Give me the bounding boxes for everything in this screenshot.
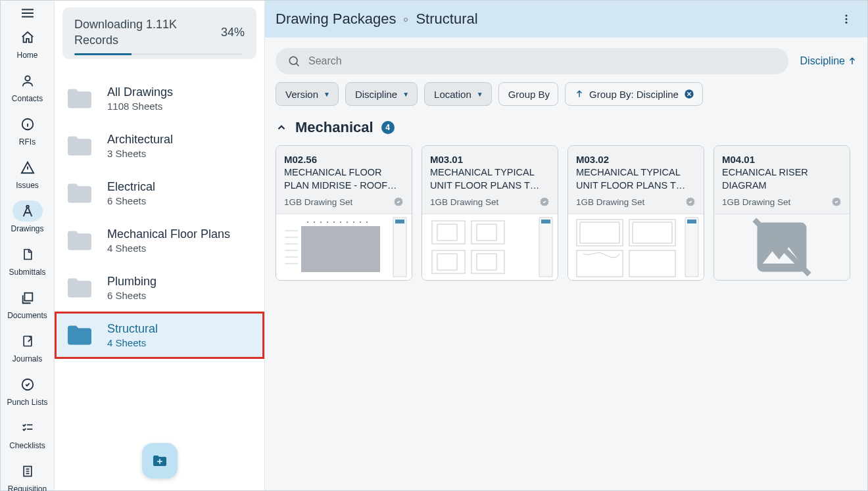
verified-icon <box>393 197 404 207</box>
folder-mechanical-floor-plans[interactable]: Mechanical Floor Plans4 Sheets <box>55 217 264 264</box>
svg-point-30 <box>360 222 361 223</box>
search-input[interactable] <box>308 55 777 67</box>
rail-item-documents[interactable]: Documents <box>2 282 53 324</box>
filter-chips: Version▼ Discipline▼ Location▼ Group By … <box>276 82 857 106</box>
card-code: M04.01 <box>722 154 842 165</box>
rail-item-issues[interactable]: Issues <box>2 152 53 194</box>
journal-icon <box>21 334 34 348</box>
group-name: Mechanical <box>295 119 374 136</box>
svg-point-10 <box>289 57 297 64</box>
folder-subtitle: 1108 Sheets <box>107 101 173 112</box>
drawing-card[interactable]: M04.01 ECHANICAL RISER DIAGRAM 1GB Drawi… <box>713 145 850 281</box>
sort-label: Discipline <box>800 55 845 67</box>
svg-point-26 <box>333 222 335 223</box>
chip-group-by-discipline[interactable]: Group By: Discipline <box>565 82 703 106</box>
card-thumbnail-empty <box>714 214 850 280</box>
chevron-up-icon <box>276 122 287 133</box>
home-icon <box>20 30 35 45</box>
folder-all-drawings[interactable]: All Drawings1108 Sheets <box>55 75 264 122</box>
sort-button[interactable]: Discipline <box>800 55 857 67</box>
group-header[interactable]: Mechanical 4 <box>265 111 867 143</box>
svg-point-31 <box>366 222 368 223</box>
svg-point-9 <box>846 22 848 24</box>
rail-item-checklists[interactable]: Checklists <box>2 412 53 454</box>
chevron-down-icon: ▼ <box>324 91 330 98</box>
chevron-down-icon: ▼ <box>477 91 483 98</box>
card-set: 1GB Drawing Set <box>576 197 644 207</box>
verified-icon <box>831 197 842 207</box>
card-code: M02.56 <box>284 154 404 165</box>
drawing-card[interactable]: M03.01 MECHANICAL TYPICAL UNIT FLOOR PLA… <box>422 145 558 281</box>
rail-label-issues: Issues <box>16 181 39 190</box>
card-code: M03.02 <box>576 154 696 165</box>
rail-label-submittals: Submittals <box>9 268 45 277</box>
folder-title: All Drawings <box>107 85 173 99</box>
folder-list[interactable]: All Drawings1108 Sheets Architectural3 S… <box>55 59 264 490</box>
folder-electrical[interactable]: Electrical6 Sheets <box>55 170 264 217</box>
drawing-card[interactable]: M03.02 MECHANICAL TYPICAL UNIT FLOOR PLA… <box>567 145 704 281</box>
rail-item-contacts[interactable]: Contacts <box>2 65 53 107</box>
folder-plus-icon <box>152 454 168 468</box>
main-content: Drawing Packages Structural Discipline V… <box>265 1 867 490</box>
close-icon[interactable] <box>684 89 694 99</box>
person-icon <box>20 74 35 88</box>
chip-group-by[interactable]: Group By <box>498 82 558 106</box>
info-icon <box>20 117 35 131</box>
svg-point-8 <box>846 18 848 20</box>
rail-label-rfis: RFIs <box>19 137 36 147</box>
add-folder-button[interactable] <box>142 443 178 479</box>
folder-title: Structural <box>107 322 158 336</box>
chevron-down-icon: ▼ <box>402 91 409 98</box>
rail-item-home[interactable]: Home <box>2 22 53 64</box>
svg-point-24 <box>320 222 322 223</box>
chip-version[interactable]: Version▼ <box>276 82 339 106</box>
svg-point-7 <box>846 14 848 16</box>
requisition-icon <box>21 464 34 479</box>
folder-icon <box>65 276 94 300</box>
chip-label: Discipline <box>355 89 397 100</box>
file-icon <box>21 247 34 262</box>
svg-point-29 <box>353 222 354 223</box>
chip-label: Location <box>434 89 471 100</box>
menu-button[interactable] <box>14 6 41 20</box>
more-vert-icon <box>840 13 852 25</box>
card-title: MECHANICAL FLOOR PLAN MIDRISE - ROOF… <box>284 166 404 193</box>
verified-icon <box>685 197 696 207</box>
rail-label-punchlists: Punch Lists <box>7 398 47 407</box>
folder-title: Mechanical Floor Plans <box>107 227 230 241</box>
punch-icon <box>20 377 35 392</box>
rail-item-submittals[interactable]: Submittals <box>2 239 53 281</box>
folder-plumbing[interactable]: Plumbing6 Sheets <box>55 264 264 312</box>
no-image-icon <box>714 214 850 280</box>
drawing-cards: M02.56 MECHANICAL FLOOR PLAN MIDRISE - R… <box>265 143 867 283</box>
rail-item-rfis[interactable]: RFIs <box>2 108 53 151</box>
rail-label-requisition: Requisition <box>8 484 47 491</box>
rail-label-contacts: Contacts <box>12 94 43 103</box>
svg-rect-13 <box>301 226 380 272</box>
rail-label-checklists: Checklists <box>9 441 45 450</box>
rail-item-punchlists[interactable]: Punch Lists <box>2 369 53 411</box>
drawing-card[interactable]: M02.56 MECHANICAL FLOOR PLAN MIDRISE - R… <box>276 145 412 281</box>
folder-icon <box>65 229 94 252</box>
rail-item-journals[interactable]: Journals <box>2 325 53 367</box>
rail-label-documents: Documents <box>7 311 47 320</box>
breadcrumb-root[interactable]: Drawing Packages <box>276 11 396 28</box>
folder-icon <box>65 181 94 205</box>
search-box[interactable] <box>276 48 788 74</box>
card-title: ECHANICAL RISER DIAGRAM <box>722 166 842 193</box>
card-thumbnail <box>568 214 704 280</box>
folder-structural[interactable]: Structural4 Sheets <box>55 312 264 359</box>
rail-item-drawings[interactable]: Drawings <box>2 195 53 237</box>
card-code: M03.01 <box>430 154 550 165</box>
search-icon <box>287 55 301 68</box>
svg-point-2 <box>26 206 29 208</box>
more-options-button[interactable] <box>836 9 857 30</box>
chip-discipline[interactable]: Discipline▼ <box>345 82 418 106</box>
download-status-card[interactable]: Downloading 1.11K Records 34% <box>62 7 256 59</box>
folder-title: Plumbing <box>107 275 157 289</box>
folder-architectural[interactable]: Architectural3 Sheets <box>55 122 264 170</box>
card-title: MECHANICAL TYPICAL UNIT FLOOR PLANS T… <box>576 166 696 193</box>
folder-subtitle: 3 Sheets <box>107 148 173 159</box>
chip-location[interactable]: Location▼ <box>424 82 492 106</box>
rail-item-requisition[interactable]: Requisition <box>2 456 53 491</box>
